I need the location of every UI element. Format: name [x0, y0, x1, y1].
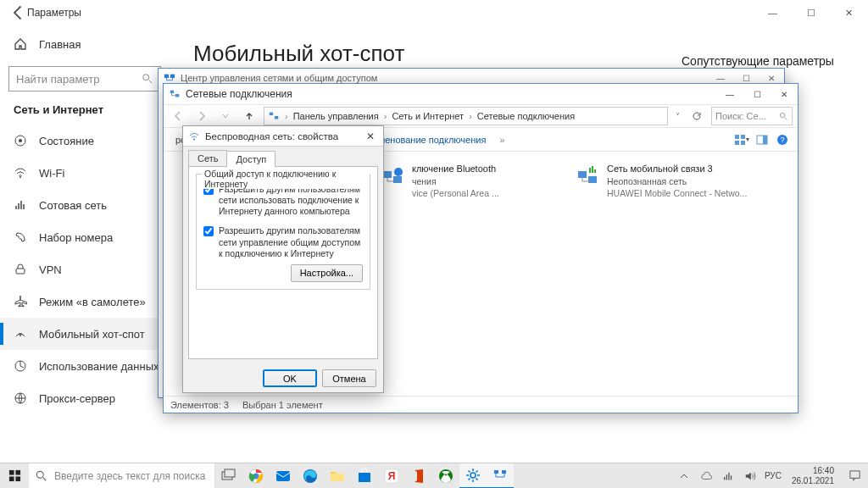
sidebar-item-hotspot[interactable]: Мобильный хот-спот — [0, 318, 170, 350]
system-tray: РУС 16:40 26.01.2021 — [676, 463, 868, 489]
svg-rect-30 — [15, 470, 20, 475]
view-options-button[interactable]: ▾ — [733, 131, 750, 148]
netconn-maximize[interactable]: ☐ — [743, 85, 771, 103]
crumb[interactable]: Сеть и Интернет — [388, 111, 467, 121]
sidebar-item-datausage[interactable]: Использование данных — [0, 350, 170, 382]
netconn-titlebar[interactable]: Сетевые подключения — ☐ ✕ — [164, 84, 798, 104]
settings-titlebar: Параметры — ☐ ✕ — [0, 0, 868, 25]
taskbar-app-xbox[interactable] — [432, 463, 459, 489]
tray-overflow-button[interactable] — [676, 463, 692, 489]
cellular-icon — [14, 198, 27, 212]
tab-sharing[interactable]: Доступ — [226, 151, 275, 167]
breadcrumb[interactable]: › Панель управления › Сеть и Интернет › … — [264, 107, 668, 125]
address-bar-row: › Панель управления › Сеть и Интернет › … — [164, 104, 798, 128]
explorer-search-input[interactable]: Поиск: Се... — [711, 107, 793, 125]
svg-point-2 — [19, 139, 22, 142]
svg-rect-31 — [8, 476, 14, 481]
netconn-icon — [169, 88, 181, 100]
nav-up-button[interactable] — [240, 107, 259, 125]
minimize-button[interactable]: — — [754, 0, 792, 25]
svg-rect-32 — [15, 476, 20, 481]
back-icon[interactable] — [10, 4, 27, 21]
svg-point-28 — [193, 138, 195, 140]
sidebar-item-proxy[interactable]: Прокси-сервер — [0, 382, 170, 414]
taskbar-app-office[interactable] — [405, 463, 432, 489]
vpn-icon — [14, 263, 27, 276]
svg-point-14 — [780, 113, 785, 118]
netconn-minimize[interactable]: — — [716, 85, 743, 103]
props-close-button[interactable]: ✕ — [358, 127, 383, 146]
cpl-icon — [164, 72, 175, 84]
help-button[interactable]: ? — [774, 131, 791, 148]
tray-cellular-icon[interactable] — [721, 463, 736, 489]
home-button[interactable]: Главная — [0, 29, 170, 59]
adapter-status: чения — [412, 175, 499, 187]
svg-rect-15 — [735, 135, 739, 139]
adapter-name: Сеть мобильной связи 3 — [607, 163, 747, 175]
preview-pane-button[interactable] — [754, 131, 771, 148]
ok-button[interactable]: OK — [263, 369, 317, 387]
taskbar-app-yandex[interactable]: Я — [378, 463, 405, 489]
sidebar-item-airplane[interactable]: Режим «в самолете» — [0, 286, 170, 318]
tray-language[interactable]: РУС — [765, 471, 782, 480]
taskbar-app-chrome[interactable] — [242, 463, 270, 489]
svg-rect-23 — [383, 171, 392, 178]
nav-back-button[interactable] — [169, 107, 187, 125]
action-center-button[interactable] — [844, 463, 865, 489]
start-button[interactable] — [0, 463, 29, 489]
svg-rect-17 — [735, 141, 739, 145]
props-titlebar[interactable]: Беспроводная сеть: свойства ✕ — [183, 126, 383, 147]
taskbar-app-mail[interactable] — [270, 463, 297, 489]
netconn-title-text: Сетевые подключения — [186, 88, 292, 100]
svg-rect-41 — [359, 473, 370, 482]
taskbar-app-edge[interactable] — [297, 463, 324, 489]
adapter-properties-dialog: Беспроводная сеть: свойства ✕ Сеть Досту… — [182, 125, 384, 393]
cancel-button[interactable]: Отмена — [322, 369, 376, 387]
hotspot-icon — [14, 327, 27, 341]
sidebar-item-cellular[interactable]: Сотовая сеть — [0, 189, 170, 221]
tray-clock[interactable]: 16:40 26.01.2021 — [788, 466, 837, 485]
search-input[interactable]: Найти параметр — [8, 66, 161, 92]
tab-network[interactable]: Сеть — [188, 150, 227, 166]
dialog-actions: OK Отмена — [183, 364, 383, 392]
history-dropdown[interactable]: ˅ — [673, 112, 682, 121]
crumb[interactable]: Сетевые подключения — [474, 111, 578, 121]
settings-title: Параметры — [27, 7, 81, 19]
allow-control-checkbox[interactable] — [203, 226, 214, 236]
svg-point-3 — [19, 176, 21, 178]
toolbar-overflow[interactable]: » — [494, 132, 509, 147]
maximize-button[interactable]: ☐ — [792, 0, 830, 25]
adapter-name: ключение Bluetooth — [412, 163, 499, 175]
status-selected: Выбран 1 элемент — [242, 400, 323, 410]
taskbar-app-explorer[interactable] — [324, 463, 351, 489]
home-label: Главная — [39, 38, 81, 51]
props-panel: Общий доступ к подключению к Интернету Р… — [188, 166, 378, 359]
taskbar-search-input[interactable]: Введите здесь текст для поиска — [29, 463, 215, 489]
sidebar-item-dialup[interactable]: Набор номера — [0, 221, 170, 253]
taskbar-search-placeholder: Введите здесь текст для поиска — [54, 470, 205, 482]
svg-rect-16 — [741, 135, 745, 139]
tray-volume-icon[interactable] — [743, 463, 758, 489]
task-view-button[interactable] — [215, 463, 242, 489]
adapter-item-mobile[interactable]: Сеть мобильной связи 3 Неопознанная сеть… — [569, 158, 764, 389]
netconn-close[interactable]: ✕ — [771, 85, 798, 103]
refresh-button[interactable] — [687, 107, 706, 125]
nav-forward-button[interactable] — [192, 107, 211, 125]
sidebar-item-vpn[interactable]: VPN — [0, 253, 170, 286]
sidebar-item-status[interactable]: Состояние — [0, 125, 170, 157]
crumb[interactable]: Панель управления — [290, 111, 382, 121]
sidebar-item-label: Wi-Fi — [39, 167, 64, 180]
svg-rect-9 — [170, 75, 175, 78]
ics-settings-button[interactable]: Настройка... — [291, 264, 363, 282]
taskbar-app-settings[interactable] — [459, 463, 487, 489]
sidebar-item-label: Прокси-сервер — [39, 392, 115, 405]
close-button[interactable]: ✕ — [830, 0, 868, 25]
adapter-item-bluetooth[interactable]: ключение Bluetooth чения vice (Personal … — [374, 158, 569, 389]
sidebar-item-wifi[interactable]: Wi-Fi — [0, 157, 170, 189]
svg-rect-38 — [276, 471, 290, 481]
taskbar-app-controlpanel[interactable] — [487, 463, 514, 489]
statusbar: Элементов: 3 Выбран 1 элемент — [164, 396, 798, 413]
tray-cloud-icon[interactable] — [698, 463, 714, 489]
nav-history-button[interactable] — [216, 107, 235, 125]
taskbar-app-store[interactable] — [351, 463, 378, 489]
